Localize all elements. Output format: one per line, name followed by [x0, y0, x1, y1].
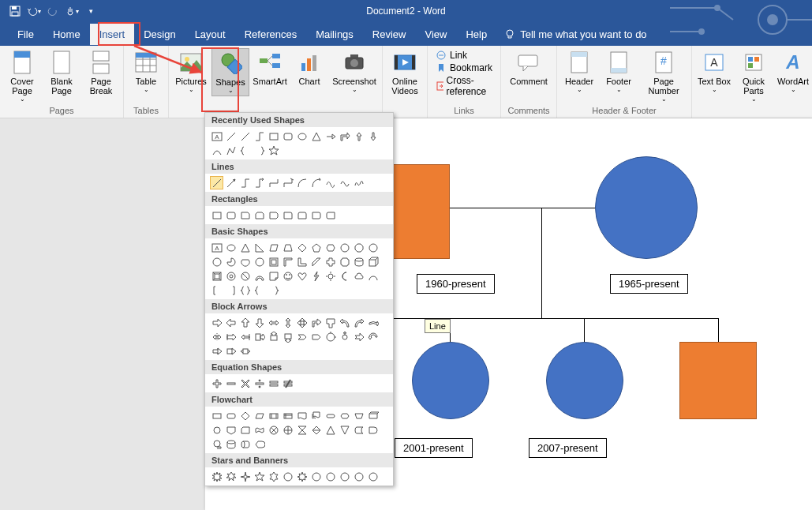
- shape-star16-icon[interactable]: [338, 470, 351, 483]
- shape-connector-icon[interactable]: [210, 423, 223, 437]
- touch-mode-icon[interactable]: ▾: [65, 4, 79, 18]
- comment-button[interactable]: Comment: [504, 48, 553, 88]
- shape-triangle-icon[interactable]: [309, 129, 323, 143]
- shape-arrow-icon[interactable]: [210, 330, 223, 343]
- shape-square-orange-2[interactable]: [679, 342, 757, 419]
- shape-star8-icon[interactable]: [295, 470, 309, 483]
- shape-scribble-icon[interactable]: [352, 176, 365, 189]
- shape-arrow-icon[interactable]: [224, 316, 238, 329]
- shape-circle-blue-3[interactable]: [546, 342, 623, 419]
- shape-extract-icon[interactable]: [324, 423, 337, 437]
- shape-line-icon[interactable]: [210, 176, 223, 189]
- shape-offpage-icon[interactable]: [224, 423, 238, 437]
- undo-icon[interactable]: ▾: [27, 4, 41, 18]
- shape-bevel-icon[interactable]: [210, 269, 223, 283]
- shape-arrow-icon[interactable]: [309, 316, 323, 329]
- shape-star32-icon[interactable]: [366, 470, 380, 483]
- shape-nosymbol-icon[interactable]: [238, 269, 252, 283]
- shape-card-icon[interactable]: [238, 423, 252, 437]
- shape-octagon-icon[interactable]: [352, 241, 365, 254]
- shape-heart-icon[interactable]: [295, 269, 309, 283]
- shape-divide-icon[interactable]: [253, 377, 266, 390]
- cross-reference-button[interactable]: Cross-reference: [436, 75, 492, 97]
- shape-collate-icon[interactable]: [295, 423, 309, 437]
- shape-directaccess-icon[interactable]: [238, 437, 252, 451]
- shape-curve-icon[interactable]: [210, 144, 223, 157]
- shape-manual-icon[interactable]: [352, 409, 365, 422]
- shape-star4-icon[interactable]: [238, 470, 252, 483]
- wordart-button[interactable]: AWordArt⌄: [774, 48, 812, 95]
- link-button[interactable]: Link: [436, 50, 492, 61]
- shape-pie-icon[interactable]: [224, 255, 238, 268]
- shape-elbow-icon[interactable]: [267, 176, 280, 189]
- connector-line[interactable]: [718, 318, 719, 342]
- shape-data-icon[interactable]: [253, 409, 266, 422]
- shape-arrow-icon[interactable]: [238, 344, 252, 358]
- shape-lshape-icon[interactable]: [295, 255, 309, 268]
- shape-merge-icon[interactable]: [338, 423, 351, 437]
- menu-review[interactable]: Review: [363, 24, 416, 45]
- shape-arrow-icon[interactable]: [352, 129, 365, 143]
- shape-star5-icon[interactable]: [253, 470, 266, 483]
- shape-curve-icon[interactable]: [309, 176, 323, 189]
- shape-dodecagon-icon[interactable]: [210, 255, 223, 268]
- text-box-2001[interactable]: 2001-present: [395, 438, 473, 458]
- shape-star6-icon[interactable]: [267, 470, 280, 483]
- shape-bracket-icon[interactable]: [224, 283, 238, 297]
- chart-button[interactable]: Chart: [290, 48, 328, 88]
- shape-arrow-icon[interactable]: [281, 316, 294, 329]
- shape-curve-icon[interactable]: [324, 176, 337, 189]
- shape-decision-icon[interactable]: [238, 409, 252, 422]
- shape-chord-icon[interactable]: [238, 255, 252, 268]
- shape-plus-icon[interactable]: [210, 377, 223, 390]
- shape-arrow-icon[interactable]: [338, 330, 351, 343]
- shape-brace-icon[interactable]: [253, 144, 266, 157]
- shape-minus-icon[interactable]: [224, 377, 238, 390]
- shape-elbow-icon[interactable]: [281, 176, 294, 189]
- shape-arrow-icon[interactable]: [253, 330, 266, 343]
- shape-arrow-icon[interactable]: [338, 129, 351, 143]
- shape-roundrect-icon[interactable]: [324, 208, 337, 222]
- smartart-button[interactable]: SmartArt: [251, 48, 289, 88]
- shape-arrow-icon[interactable]: [352, 330, 365, 343]
- shape-lightning-icon[interactable]: [309, 269, 323, 283]
- text-box-button[interactable]: AText Box⌄: [695, 48, 733, 95]
- shape-diamond-icon[interactable]: [295, 241, 309, 254]
- shape-arrow-icon[interactable]: [366, 316, 380, 329]
- shape-arrow-icon[interactable]: [210, 344, 223, 358]
- shape-star12-icon[interactable]: [324, 470, 337, 483]
- shape-sniprect-icon[interactable]: [267, 208, 280, 222]
- page-break-button[interactable]: Page Break: [82, 48, 120, 97]
- shape-arrow-icon[interactable]: [366, 129, 380, 143]
- shape-arrow-icon[interactable]: [210, 316, 223, 329]
- shape-line-arrow-icon[interactable]: [224, 176, 238, 189]
- shape-sort-icon[interactable]: [309, 423, 323, 437]
- text-box-2007[interactable]: 2007-present: [529, 438, 607, 458]
- shape-star24-icon[interactable]: [352, 470, 365, 483]
- shape-line-icon[interactable]: [224, 129, 238, 143]
- shape-process-icon[interactable]: [210, 409, 223, 422]
- header-button[interactable]: Header⌄: [560, 48, 598, 95]
- shape-moon-icon[interactable]: [338, 269, 351, 283]
- shape-parallelogram-icon[interactable]: [267, 241, 280, 254]
- shape-sniprect-icon[interactable]: [253, 208, 266, 222]
- tell-me-search[interactable]: Tell me what you want to do: [504, 28, 646, 40]
- shape-delay-icon[interactable]: [366, 423, 380, 437]
- shape-terminator-icon[interactable]: [324, 409, 337, 422]
- shape-brace-icon[interactable]: [253, 283, 266, 297]
- shape-arrow-icon[interactable]: [338, 316, 351, 329]
- shape-freeform-icon[interactable]: [224, 144, 238, 157]
- shape-notequal-icon[interactable]: [281, 377, 294, 390]
- shape-arrow-icon[interactable]: [267, 330, 280, 343]
- shape-connector-icon[interactable]: [238, 176, 252, 189]
- shape-can-icon[interactable]: [352, 255, 365, 268]
- shape-halfframe-icon[interactable]: [281, 255, 294, 268]
- connector-line[interactable]: [584, 318, 585, 342]
- shape-arrow-icon[interactable]: [267, 316, 280, 329]
- text-box-1965[interactable]: 1965-present: [610, 274, 688, 294]
- quick-parts-button[interactable]: Quick Parts⌄: [735, 48, 773, 104]
- shape-plaque-icon[interactable]: [338, 255, 351, 268]
- shape-arrow-icon[interactable]: [324, 316, 337, 329]
- cover-page-button[interactable]: Cover Page⌄: [3, 48, 41, 104]
- shape-arrow-icon[interactable]: [352, 316, 365, 329]
